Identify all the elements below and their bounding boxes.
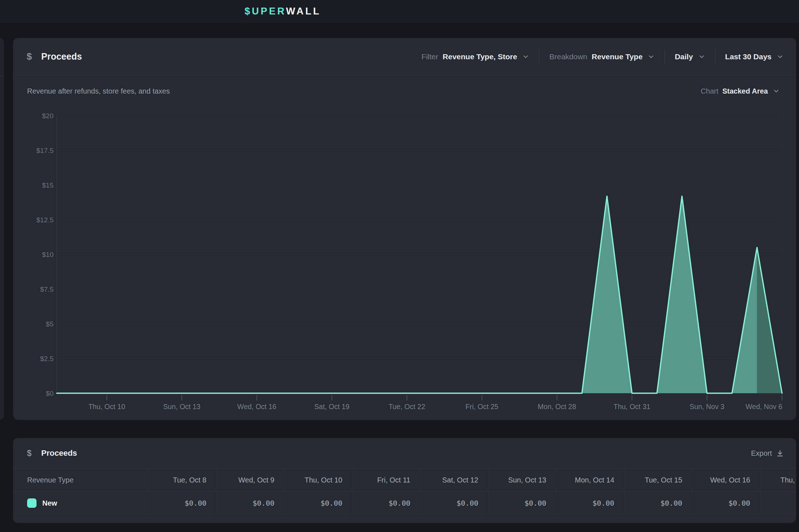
y-axis-tick-label: $15 bbox=[42, 181, 54, 189]
top-navigation-bar: $UPERWALL bbox=[0, 0, 799, 22]
divider bbox=[539, 50, 539, 64]
x-axis-tick-label: Sat, Oct 19 bbox=[314, 403, 350, 411]
download-icon bbox=[776, 450, 784, 457]
table-header-row: Revenue TypeTue, Oct 8Wed, Oct 9Thu, Oct… bbox=[13, 468, 796, 492]
revenue-type-legend-cell[interactable]: New bbox=[13, 492, 149, 515]
y-axis-tick-label: $0 bbox=[46, 390, 54, 397]
table-row: New$0.00$0.00$0.00$0.00$0.00$0.00$0.00$0… bbox=[13, 492, 796, 515]
table-title: Proceeds bbox=[41, 449, 77, 458]
y-axis-tick-label: $17.5 bbox=[36, 147, 54, 154]
x-axis-tick-label: Wed, Oct 16 bbox=[237, 403, 276, 411]
chevron-down-icon bbox=[698, 53, 705, 60]
value-cell: $0.00 bbox=[352, 492, 420, 515]
y-axis-tick-label: $2.5 bbox=[40, 355, 54, 362]
column-header: Mon, Oct 14 bbox=[556, 469, 624, 491]
granularity-control[interactable]: Daily bbox=[675, 52, 705, 61]
area-fill-new bbox=[57, 196, 782, 393]
chart-subtitle-row: Revenue after refunds, store fees, and t… bbox=[13, 76, 796, 107]
value-cell: $0.00 bbox=[285, 492, 352, 515]
column-header: Sat, Oct 12 bbox=[420, 469, 488, 491]
adjacent-card-edge bbox=[0, 38, 4, 420]
breakdown-value: Revenue Type bbox=[592, 52, 643, 61]
value-cell: $0.00 bbox=[760, 492, 796, 515]
column-header: Tue, Oct 8 bbox=[149, 469, 217, 491]
stacked-area-chart[interactable]: $0$2.5$5$7.5$10$12.5$15$17.5$20Thu, Oct … bbox=[13, 107, 796, 420]
column-header: Revenue Type bbox=[13, 469, 149, 491]
chart-type-label: Chart bbox=[701, 87, 718, 95]
logo-text-white: WALL bbox=[286, 5, 321, 16]
value-cell: $0.00 bbox=[488, 492, 556, 515]
column-header: Wed, Oct 16 bbox=[692, 469, 760, 491]
logo-text-teal: $UPER bbox=[244, 5, 286, 16]
column-header: Fri, Oct 11 bbox=[352, 469, 420, 491]
x-axis-tick-label: Tue, Oct 22 bbox=[389, 403, 425, 411]
x-axis-tick-label: Mon, Oct 28 bbox=[538, 403, 576, 411]
chart-type-value: Stacked Area bbox=[722, 87, 768, 95]
column-header: Thu, Oct 10 bbox=[285, 469, 352, 491]
value-cell: $0.00 bbox=[217, 492, 285, 515]
value-cell: $0.00 bbox=[624, 492, 692, 515]
proceeds-table: Revenue TypeTue, Oct 8Wed, Oct 9Thu, Oct… bbox=[13, 468, 796, 515]
chart-card-header: $ Proceeds Filter Revenue Type, Store Br… bbox=[13, 38, 796, 76]
value-cell: $0.00 bbox=[692, 492, 760, 515]
y-axis-tick-label: $12.5 bbox=[36, 216, 54, 224]
table-card-header: $ Proceeds Export bbox=[13, 438, 796, 468]
filter-control[interactable]: Filter Revenue Type, Store bbox=[422, 52, 530, 61]
column-header: Thu, Oct 17 bbox=[760, 469, 796, 491]
divider bbox=[715, 50, 715, 64]
y-axis-tick-label: $10 bbox=[42, 251, 54, 258]
breakdown-control[interactable]: Breakdown Revenue Type bbox=[549, 52, 655, 61]
divider bbox=[665, 50, 665, 64]
x-axis-tick-label: Wed, Nov 6 bbox=[745, 403, 782, 411]
chart-controls: Filter Revenue Type, Store Breakdown Rev… bbox=[422, 50, 784, 64]
page-title: Proceeds bbox=[41, 51, 82, 62]
x-axis-tick-label: Sun, Nov 3 bbox=[689, 403, 724, 411]
chevron-down-icon bbox=[522, 53, 529, 60]
x-axis-tick-label: Thu, Oct 31 bbox=[614, 403, 650, 411]
legend-swatch bbox=[27, 498, 37, 508]
x-axis-tick-label: Fri, Oct 25 bbox=[465, 403, 498, 411]
y-axis-tick-label: $20 bbox=[42, 112, 54, 120]
chart-type-control[interactable]: Chart Stacked Area bbox=[701, 87, 780, 95]
value-cell: $0.00 bbox=[556, 492, 624, 515]
y-axis-tick-label: $7.5 bbox=[40, 286, 54, 293]
divider bbox=[0, 76, 4, 76]
filter-value: Revenue Type, Store bbox=[443, 52, 517, 61]
column-header: Tue, Oct 15 bbox=[624, 469, 692, 491]
export-label: Export bbox=[751, 449, 772, 458]
column-header: Wed, Oct 9 bbox=[217, 469, 285, 491]
date-range-value: Last 30 Days bbox=[725, 52, 772, 61]
proceeds-table-card: $ Proceeds Export Revenue TypeTue, Oct 8… bbox=[13, 438, 796, 523]
value-cell: $0.00 bbox=[149, 492, 217, 515]
chevron-down-icon bbox=[648, 53, 655, 60]
breakdown-label: Breakdown bbox=[549, 52, 587, 61]
dollar-icon: $ bbox=[23, 449, 35, 458]
date-range-control[interactable]: Last 30 Days bbox=[725, 52, 784, 61]
granularity-value: Daily bbox=[675, 52, 693, 61]
x-axis-tick-label: Sun, Oct 13 bbox=[163, 403, 200, 411]
chart-subtitle: Revenue after refunds, store fees, and t… bbox=[27, 87, 170, 95]
dollar-icon: $ bbox=[23, 51, 35, 62]
y-axis-tick-label: $5 bbox=[46, 320, 54, 328]
x-axis-tick-label: Thu, Oct 10 bbox=[88, 403, 125, 411]
revenue-type-label: New bbox=[42, 499, 57, 507]
chevron-down-icon bbox=[773, 87, 780, 95]
proceeds-chart-card: $ Proceeds Filter Revenue Type, Store Br… bbox=[13, 38, 796, 420]
column-header: Sun, Oct 13 bbox=[488, 469, 556, 491]
value-cell: $0.00 bbox=[420, 492, 488, 515]
filter-label: Filter bbox=[422, 52, 439, 61]
export-button[interactable]: Export bbox=[751, 449, 784, 458]
superwall-logo: $UPERWALL bbox=[244, 5, 321, 17]
chevron-down-icon bbox=[777, 53, 784, 60]
